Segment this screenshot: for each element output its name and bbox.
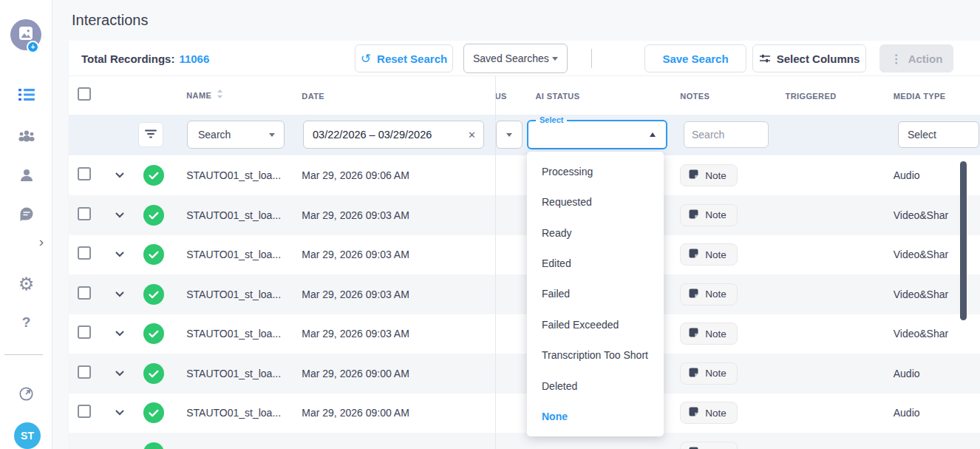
dropdown-option[interactable]: Requested xyxy=(527,186,664,217)
saved-searches-select[interactable]: Saved Searches xyxy=(463,44,568,73)
interactions-list-icon xyxy=(18,88,35,104)
table-row[interactable]: STAUTO01_st_loa... Mar 29, 2026 09:03 AM… xyxy=(69,274,980,314)
column-header-name[interactable]: NAME xyxy=(186,89,293,102)
ai-status-select[interactable]: Select xyxy=(527,120,667,149)
column-header-media-type: MEDIA TYPE xyxy=(894,92,946,101)
success-status-icon xyxy=(143,323,164,344)
note-button[interactable]: Note xyxy=(680,402,738,424)
table-row[interactable]: STAUTO01_st_loa... Mar 29, 2026 09:03 AM… xyxy=(69,195,980,235)
sidebar-item-user[interactable] xyxy=(0,168,52,186)
table-row[interactable]: Note xyxy=(69,433,980,449)
note-button[interactable]: Note xyxy=(680,243,738,266)
chevron-up-icon xyxy=(650,132,656,137)
clear-date-icon[interactable]: ✕ xyxy=(463,129,476,141)
recording-date: Mar 29, 2026 09:00 AM xyxy=(293,407,492,419)
success-status-icon xyxy=(143,244,164,265)
row-checkbox[interactable] xyxy=(78,207,91,220)
sidebar-expand-button[interactable]: › xyxy=(34,234,49,249)
sidebar-divider xyxy=(4,354,43,355)
media-type: Audio xyxy=(879,407,980,419)
note-icon xyxy=(688,406,699,419)
reset-icon: ↺ xyxy=(361,51,371,67)
recording-date: Mar 29, 2026 09:03 AM xyxy=(293,328,492,340)
chevron-right-icon: › xyxy=(39,234,44,250)
frozen-column-divider xyxy=(495,76,496,449)
expand-row-icon[interactable] xyxy=(115,291,124,297)
sidebar-item-help[interactable]: ? xyxy=(0,315,52,329)
date-range-input[interactable]: 03/22/2026 – 03/29/2026 ✕ xyxy=(303,121,484,149)
row-checkbox[interactable] xyxy=(78,325,91,339)
note-icon xyxy=(688,209,699,222)
row-checkbox[interactable] xyxy=(78,246,91,260)
expand-row-icon[interactable] xyxy=(115,410,124,416)
expand-row-icon[interactable] xyxy=(115,172,124,178)
status-select-clipped[interactable] xyxy=(496,121,523,149)
dropdown-option-none[interactable]: None xyxy=(527,402,664,432)
dropdown-option[interactable]: Failed Exceeded xyxy=(527,309,664,340)
recording-name: STAUTO01_st_loa... xyxy=(173,209,293,221)
sidebar-item-settings[interactable]: ⚙ xyxy=(0,275,52,293)
sort-icon[interactable] xyxy=(217,89,223,102)
expand-row-icon[interactable] xyxy=(115,212,124,218)
ai-status-select-label: Select xyxy=(536,115,567,125)
select-all-checkbox[interactable] xyxy=(78,87,91,101)
add-badge-icon[interactable]: + xyxy=(27,41,39,53)
table-header: NAME DATE US AI STATUS NOTES TRIGGERED M… xyxy=(69,76,980,115)
media-type-select[interactable]: Select xyxy=(898,121,979,148)
row-checkbox[interactable] xyxy=(78,365,91,379)
recording-name: STAUTO01_st_loa... xyxy=(173,328,293,340)
action-button[interactable]: ⋮ Action xyxy=(879,44,953,72)
note-button[interactable]: Note xyxy=(680,164,738,186)
row-checkbox[interactable] xyxy=(78,286,91,300)
name-search-select[interactable]: Search xyxy=(187,121,285,149)
dropdown-option[interactable]: Processing xyxy=(527,156,664,186)
note-button[interactable]: Note xyxy=(680,323,738,345)
note-button[interactable]: Note xyxy=(680,204,738,226)
vertical-scrollbar[interactable] xyxy=(960,161,967,320)
filter-button[interactable] xyxy=(138,122,163,147)
note-icon xyxy=(688,288,699,301)
interactions-card: Total Recordings: 11066 ↺ Reset Search S… xyxy=(69,41,980,449)
help-icon: ? xyxy=(22,315,31,329)
dropdown-option[interactable]: Transcription Too Short xyxy=(527,340,664,371)
save-search-button[interactable]: Save Search xyxy=(644,44,746,72)
interactions-screen: + › ⚙ ? xyxy=(0,0,980,449)
chat-icon xyxy=(19,206,34,224)
user-icon xyxy=(19,168,34,186)
chevron-down-icon xyxy=(269,133,275,137)
select-columns-button[interactable]: Select Columns xyxy=(752,44,866,72)
dropdown-option[interactable]: Edited xyxy=(527,248,664,278)
dropdown-option[interactable]: Failed xyxy=(527,279,664,309)
recording-name: STAUTO01_st_loa... xyxy=(173,288,293,300)
row-checkbox[interactable] xyxy=(78,405,91,418)
note-button[interactable]: Note xyxy=(680,283,738,305)
reset-search-button[interactable]: ↺ Reset Search xyxy=(355,44,453,72)
sidebar-item-history[interactable] xyxy=(0,386,52,405)
column-header-date: DATE xyxy=(302,92,324,101)
table-row[interactable]: STAUTO01_st_loa... Mar 29, 2026 09:00 AM… xyxy=(69,354,980,394)
history-icon xyxy=(18,386,34,405)
filter-lines-icon xyxy=(145,129,157,141)
sidebar-item-chat[interactable] xyxy=(0,206,52,224)
column-header-triggered: TRIGGERED xyxy=(786,92,837,101)
sidebar-item-teams[interactable] xyxy=(0,129,52,145)
dropdown-option[interactable]: Ready xyxy=(527,217,664,248)
note-button[interactable]: Note xyxy=(680,362,738,385)
expand-row-icon[interactable] xyxy=(115,331,124,337)
note-button[interactable]: Note xyxy=(680,442,738,449)
recording-name: STAUTO01_st_loa... xyxy=(173,407,293,419)
user-avatar[interactable]: ST xyxy=(14,422,41,449)
dropdown-option[interactable]: Deleted xyxy=(527,371,664,401)
table-row[interactable]: STAUTO01_st_loa... Mar 29, 2026 09:06 AM… xyxy=(69,155,980,195)
expand-row-icon[interactable] xyxy=(115,371,124,377)
toolbar-divider xyxy=(591,49,592,68)
expand-row-icon[interactable] xyxy=(115,251,124,257)
table-row[interactable]: STAUTO01_st_loa... Mar 29, 2026 09:00 AM… xyxy=(69,393,980,433)
table-row[interactable]: STAUTO01_st_loa... Mar 29, 2026 09:03 AM… xyxy=(69,234,980,274)
table-row[interactable]: STAUTO01_st_loa... Mar 29, 2026 09:03 AM… xyxy=(69,314,980,354)
notes-search-input[interactable] xyxy=(684,121,769,148)
sidebar-item-interactions[interactable] xyxy=(0,88,52,104)
row-checkbox[interactable] xyxy=(78,167,91,180)
total-recordings-value: 11066 xyxy=(179,53,209,65)
chevron-down-icon xyxy=(506,133,512,137)
